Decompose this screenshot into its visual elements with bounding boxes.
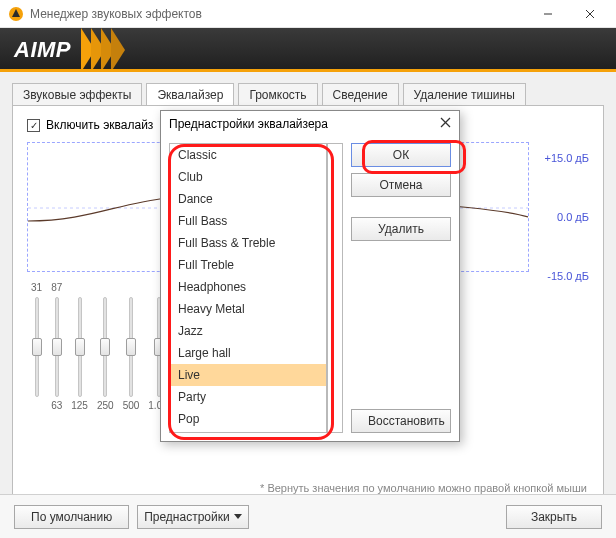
restore-button[interactable]: Восстановить: [351, 409, 451, 433]
dialog-title: Преднастройки эквалайзера: [169, 117, 440, 131]
presets-button[interactable]: Преднастройки: [137, 505, 249, 529]
preset-item[interactable]: Full Bass & Treble: [170, 232, 326, 254]
preset-item[interactable]: Pop: [170, 408, 326, 430]
presets-listbox[interactable]: ClassicClubDanceFull BassFull Bass & Tre…: [169, 143, 327, 433]
slider-thumb[interactable]: [32, 338, 42, 356]
close-button-bottom[interactable]: Закрыть: [506, 505, 602, 529]
tab-equalizer[interactable]: Эквалайзер: [146, 83, 234, 106]
window-title: Менеджер звуковых эффектов: [30, 7, 528, 21]
listbox-scrollbar[interactable]: [327, 143, 343, 433]
ok-button[interactable]: ОК: [351, 143, 451, 167]
preset-item[interactable]: Dance: [170, 188, 326, 210]
slider-thumb[interactable]: [75, 338, 85, 356]
check-icon: ✓: [27, 119, 40, 132]
tab-volume[interactable]: Громкость: [238, 83, 317, 106]
preset-item[interactable]: Jazz: [170, 320, 326, 342]
slider-thumb[interactable]: [100, 338, 110, 356]
preset-item[interactable]: Classic: [170, 144, 326, 166]
minimize-button[interactable]: [528, 3, 568, 25]
graph-scale: +15.0 дБ 0.0 дБ -15.0 дБ: [533, 152, 589, 282]
cancel-button[interactable]: Отмена: [351, 173, 451, 197]
preset-item[interactable]: Headphones: [170, 276, 326, 298]
delete-button[interactable]: Удалить: [351, 217, 451, 241]
chevron-decoration: [81, 28, 121, 72]
enable-eq-label: Включить эквалайз: [46, 118, 153, 132]
close-button[interactable]: [568, 3, 612, 25]
default-button[interactable]: По умолчанию: [14, 505, 129, 529]
preset-item[interactable]: Full Bass: [170, 210, 326, 232]
eq-slider[interactable]: 31: [31, 282, 42, 412]
slider-thumb[interactable]: [126, 338, 136, 356]
footnote-text: * Вернуть значения по умолчанию можно пр…: [260, 482, 587, 494]
presets-label: Преднастройки: [144, 510, 230, 524]
slider-thumb[interactable]: [52, 338, 62, 356]
presets-dialog: Преднастройки эквалайзера ClassicClubDan…: [160, 110, 460, 442]
app-icon: [8, 6, 24, 22]
eq-slider[interactable]: 125: [71, 282, 88, 412]
preset-item[interactable]: Large hall: [170, 342, 326, 364]
eq-slider[interactable]: 250: [97, 282, 114, 412]
preset-item[interactable]: Live: [170, 364, 326, 386]
dialog-titlebar: Преднастройки эквалайзера: [161, 111, 459, 137]
tab-silence-removal[interactable]: Удаление тишины: [403, 83, 526, 106]
bottom-bar: По умолчанию Преднастройки Закрыть: [0, 494, 616, 538]
eq-slider[interactable]: 500: [123, 282, 140, 412]
preset-item[interactable]: Full Treble: [170, 254, 326, 276]
titlebar: Менеджер звуковых эффектов: [0, 0, 616, 28]
tab-sound-effects[interactable]: Звуковые эффекты: [12, 83, 142, 106]
eq-slider[interactable]: 8763: [51, 282, 62, 412]
chevron-down-icon: [234, 514, 242, 519]
preset-item[interactable]: Heavy Metal: [170, 298, 326, 320]
preset-item[interactable]: Club: [170, 166, 326, 188]
tab-bar: Звуковые эффекты Эквалайзер Громкость Св…: [12, 82, 604, 105]
logo-text: AIMP: [14, 37, 71, 63]
preset-item[interactable]: Party: [170, 386, 326, 408]
app-header: AIMP: [0, 28, 616, 72]
tab-mixing[interactable]: Сведение: [322, 83, 399, 106]
dialog-close-icon[interactable]: [440, 117, 451, 131]
